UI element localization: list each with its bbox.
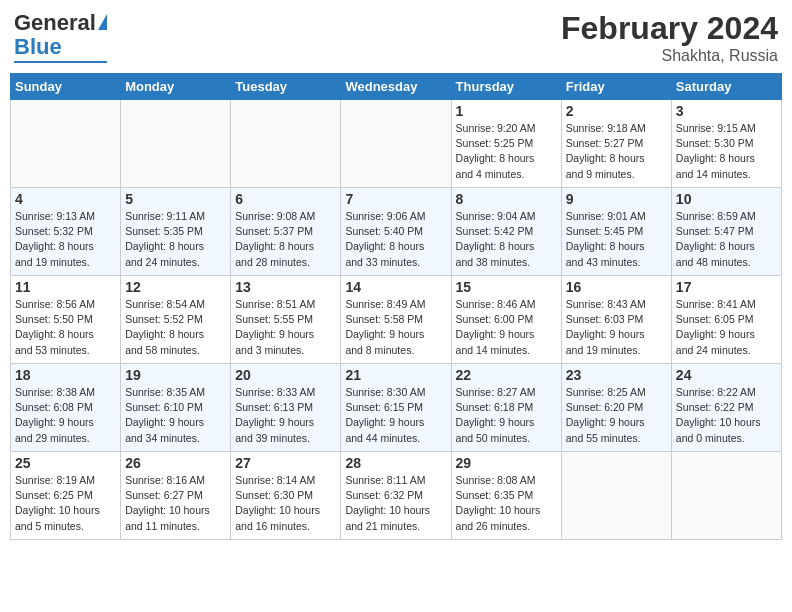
calendar-cell bbox=[11, 100, 121, 188]
day-info: Sunrise: 8:19 AM Sunset: 6:25 PM Dayligh… bbox=[15, 473, 116, 534]
day-number: 8 bbox=[456, 191, 557, 207]
day-number: 3 bbox=[676, 103, 777, 119]
day-info: Sunrise: 8:46 AM Sunset: 6:00 PM Dayligh… bbox=[456, 297, 557, 358]
day-info: Sunrise: 9:08 AM Sunset: 5:37 PM Dayligh… bbox=[235, 209, 336, 270]
calendar-cell: 10Sunrise: 8:59 AM Sunset: 5:47 PM Dayli… bbox=[671, 188, 781, 276]
day-number: 7 bbox=[345, 191, 446, 207]
calendar-cell: 20Sunrise: 8:33 AM Sunset: 6:13 PM Dayli… bbox=[231, 364, 341, 452]
col-header-thursday: Thursday bbox=[451, 74, 561, 100]
col-header-saturday: Saturday bbox=[671, 74, 781, 100]
day-info: Sunrise: 9:20 AM Sunset: 5:25 PM Dayligh… bbox=[456, 121, 557, 182]
day-info: Sunrise: 9:15 AM Sunset: 5:30 PM Dayligh… bbox=[676, 121, 777, 182]
day-info: Sunrise: 8:56 AM Sunset: 5:50 PM Dayligh… bbox=[15, 297, 116, 358]
day-info: Sunrise: 8:49 AM Sunset: 5:58 PM Dayligh… bbox=[345, 297, 446, 358]
day-number: 19 bbox=[125, 367, 226, 383]
col-header-friday: Friday bbox=[561, 74, 671, 100]
day-number: 27 bbox=[235, 455, 336, 471]
day-info: Sunrise: 9:01 AM Sunset: 5:45 PM Dayligh… bbox=[566, 209, 667, 270]
calendar-week-2: 4Sunrise: 9:13 AM Sunset: 5:32 PM Daylig… bbox=[11, 188, 782, 276]
day-number: 4 bbox=[15, 191, 116, 207]
day-number: 28 bbox=[345, 455, 446, 471]
calendar-cell: 22Sunrise: 8:27 AM Sunset: 6:18 PM Dayli… bbox=[451, 364, 561, 452]
calendar-week-5: 25Sunrise: 8:19 AM Sunset: 6:25 PM Dayli… bbox=[11, 452, 782, 540]
calendar-cell bbox=[341, 100, 451, 188]
calendar-week-1: 1Sunrise: 9:20 AM Sunset: 5:25 PM Daylig… bbox=[11, 100, 782, 188]
day-info: Sunrise: 8:41 AM Sunset: 6:05 PM Dayligh… bbox=[676, 297, 777, 358]
day-info: Sunrise: 8:22 AM Sunset: 6:22 PM Dayligh… bbox=[676, 385, 777, 446]
day-info: Sunrise: 8:08 AM Sunset: 6:35 PM Dayligh… bbox=[456, 473, 557, 534]
calendar-cell: 17Sunrise: 8:41 AM Sunset: 6:05 PM Dayli… bbox=[671, 276, 781, 364]
calendar-cell: 19Sunrise: 8:35 AM Sunset: 6:10 PM Dayli… bbox=[121, 364, 231, 452]
day-info: Sunrise: 8:25 AM Sunset: 6:20 PM Dayligh… bbox=[566, 385, 667, 446]
day-number: 12 bbox=[125, 279, 226, 295]
day-number: 15 bbox=[456, 279, 557, 295]
day-info: Sunrise: 9:06 AM Sunset: 5:40 PM Dayligh… bbox=[345, 209, 446, 270]
calendar-table: SundayMondayTuesdayWednesdayThursdayFrid… bbox=[10, 73, 782, 540]
day-number: 5 bbox=[125, 191, 226, 207]
day-info: Sunrise: 8:30 AM Sunset: 6:15 PM Dayligh… bbox=[345, 385, 446, 446]
day-number: 9 bbox=[566, 191, 667, 207]
day-number: 13 bbox=[235, 279, 336, 295]
calendar-cell: 9Sunrise: 9:01 AM Sunset: 5:45 PM Daylig… bbox=[561, 188, 671, 276]
day-info: Sunrise: 8:27 AM Sunset: 6:18 PM Dayligh… bbox=[456, 385, 557, 446]
calendar-cell: 25Sunrise: 8:19 AM Sunset: 6:25 PM Dayli… bbox=[11, 452, 121, 540]
day-info: Sunrise: 8:14 AM Sunset: 6:30 PM Dayligh… bbox=[235, 473, 336, 534]
calendar-cell: 2Sunrise: 9:18 AM Sunset: 5:27 PM Daylig… bbox=[561, 100, 671, 188]
calendar-body: 1Sunrise: 9:20 AM Sunset: 5:25 PM Daylig… bbox=[11, 100, 782, 540]
day-number: 11 bbox=[15, 279, 116, 295]
day-number: 25 bbox=[15, 455, 116, 471]
day-number: 14 bbox=[345, 279, 446, 295]
calendar-cell bbox=[231, 100, 341, 188]
day-number: 17 bbox=[676, 279, 777, 295]
location-title: Shakhta, Russia bbox=[561, 47, 778, 65]
day-number: 1 bbox=[456, 103, 557, 119]
calendar-cell bbox=[561, 452, 671, 540]
calendar-cell: 15Sunrise: 8:46 AM Sunset: 6:00 PM Dayli… bbox=[451, 276, 561, 364]
calendar-header-row: SundayMondayTuesdayWednesdayThursdayFrid… bbox=[11, 74, 782, 100]
month-title: February 2024 bbox=[561, 10, 778, 47]
calendar-cell: 27Sunrise: 8:14 AM Sunset: 6:30 PM Dayli… bbox=[231, 452, 341, 540]
logo-blue: Blue bbox=[14, 34, 62, 60]
day-number: 22 bbox=[456, 367, 557, 383]
day-info: Sunrise: 8:35 AM Sunset: 6:10 PM Dayligh… bbox=[125, 385, 226, 446]
day-info: Sunrise: 8:54 AM Sunset: 5:52 PM Dayligh… bbox=[125, 297, 226, 358]
day-number: 10 bbox=[676, 191, 777, 207]
day-info: Sunrise: 8:16 AM Sunset: 6:27 PM Dayligh… bbox=[125, 473, 226, 534]
col-header-sunday: Sunday bbox=[11, 74, 121, 100]
logo: General Blue bbox=[14, 10, 107, 63]
day-number: 20 bbox=[235, 367, 336, 383]
col-header-wednesday: Wednesday bbox=[341, 74, 451, 100]
day-info: Sunrise: 8:33 AM Sunset: 6:13 PM Dayligh… bbox=[235, 385, 336, 446]
day-number: 6 bbox=[235, 191, 336, 207]
day-info: Sunrise: 8:11 AM Sunset: 6:32 PM Dayligh… bbox=[345, 473, 446, 534]
calendar-cell: 29Sunrise: 8:08 AM Sunset: 6:35 PM Dayli… bbox=[451, 452, 561, 540]
day-number: 24 bbox=[676, 367, 777, 383]
calendar-cell: 12Sunrise: 8:54 AM Sunset: 5:52 PM Dayli… bbox=[121, 276, 231, 364]
calendar-cell: 21Sunrise: 8:30 AM Sunset: 6:15 PM Dayli… bbox=[341, 364, 451, 452]
calendar-cell bbox=[121, 100, 231, 188]
calendar-cell: 7Sunrise: 9:06 AM Sunset: 5:40 PM Daylig… bbox=[341, 188, 451, 276]
page-header: General Blue February 2024 Shakhta, Russ… bbox=[10, 10, 782, 65]
calendar-cell bbox=[671, 452, 781, 540]
day-number: 18 bbox=[15, 367, 116, 383]
day-number: 29 bbox=[456, 455, 557, 471]
calendar-cell: 16Sunrise: 8:43 AM Sunset: 6:03 PM Dayli… bbox=[561, 276, 671, 364]
day-info: Sunrise: 9:11 AM Sunset: 5:35 PM Dayligh… bbox=[125, 209, 226, 270]
day-number: 26 bbox=[125, 455, 226, 471]
logo-general: General bbox=[14, 10, 96, 36]
calendar-cell: 14Sunrise: 8:49 AM Sunset: 5:58 PM Dayli… bbox=[341, 276, 451, 364]
day-info: Sunrise: 9:18 AM Sunset: 5:27 PM Dayligh… bbox=[566, 121, 667, 182]
calendar-cell: 28Sunrise: 8:11 AM Sunset: 6:32 PM Dayli… bbox=[341, 452, 451, 540]
calendar-cell: 11Sunrise: 8:56 AM Sunset: 5:50 PM Dayli… bbox=[11, 276, 121, 364]
day-number: 2 bbox=[566, 103, 667, 119]
title-area: February 2024 Shakhta, Russia bbox=[561, 10, 778, 65]
day-info: Sunrise: 8:51 AM Sunset: 5:55 PM Dayligh… bbox=[235, 297, 336, 358]
calendar-cell: 23Sunrise: 8:25 AM Sunset: 6:20 PM Dayli… bbox=[561, 364, 671, 452]
calendar-cell: 13Sunrise: 8:51 AM Sunset: 5:55 PM Dayli… bbox=[231, 276, 341, 364]
col-header-tuesday: Tuesday bbox=[231, 74, 341, 100]
day-info: Sunrise: 9:13 AM Sunset: 5:32 PM Dayligh… bbox=[15, 209, 116, 270]
calendar-cell: 6Sunrise: 9:08 AM Sunset: 5:37 PM Daylig… bbox=[231, 188, 341, 276]
calendar-cell: 3Sunrise: 9:15 AM Sunset: 5:30 PM Daylig… bbox=[671, 100, 781, 188]
day-info: Sunrise: 8:38 AM Sunset: 6:08 PM Dayligh… bbox=[15, 385, 116, 446]
calendar-cell: 1Sunrise: 9:20 AM Sunset: 5:25 PM Daylig… bbox=[451, 100, 561, 188]
